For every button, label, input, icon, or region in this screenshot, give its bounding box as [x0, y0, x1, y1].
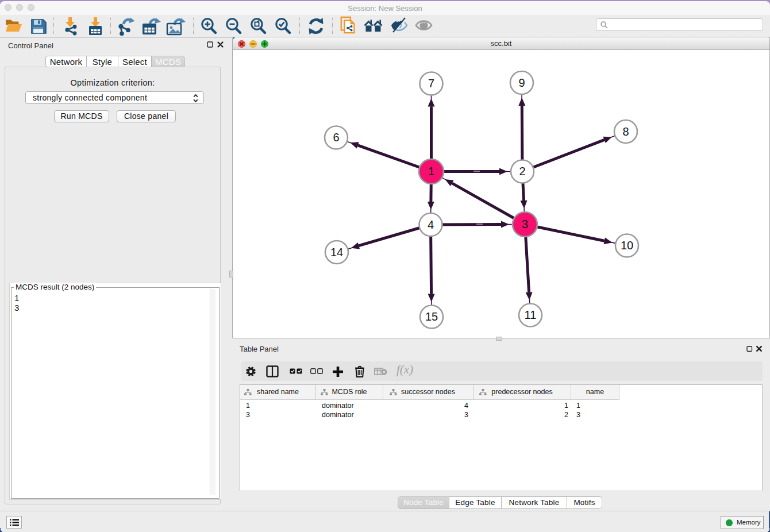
svg-text:7: 7 — [428, 77, 434, 90]
svg-text:10: 10 — [621, 239, 633, 252]
svg-text:2: 2 — [519, 165, 525, 178]
svg-text:11: 11 — [525, 309, 537, 321]
svg-text:4: 4 — [428, 218, 434, 231]
svg-text:9: 9 — [518, 76, 525, 89]
svg-text:14: 14 — [330, 246, 343, 259]
svg-text:3: 3 — [522, 218, 528, 230]
svg-text:8: 8 — [622, 125, 629, 138]
svg-text:6: 6 — [333, 131, 339, 144]
svg-text:1: 1 — [428, 165, 434, 178]
svg-text:15: 15 — [425, 310, 438, 323]
